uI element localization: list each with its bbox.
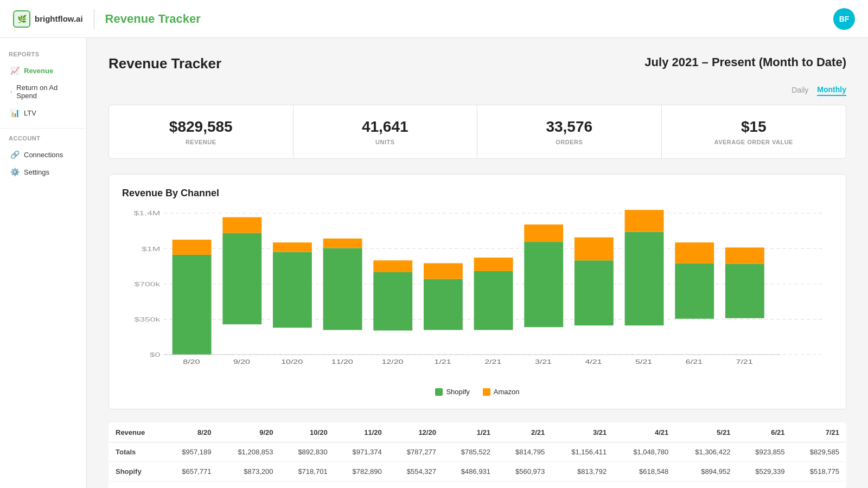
svg-text:$1.4M: $1.4M — [133, 210, 160, 216]
row-label-amazon: Amazon — [109, 481, 164, 489]
stat-value-orders: 33,576 — [488, 118, 650, 136]
col-header-1220: 12/20 — [388, 423, 443, 442]
header-divider — [94, 9, 94, 29]
col-header-label: Revenue — [109, 423, 164, 442]
bar-amazon-8 — [575, 237, 614, 260]
amazon-1120: $188,484 — [334, 481, 388, 489]
shopify-820: $657,771 — [163, 462, 218, 481]
legend-shopify: Shopify — [435, 388, 469, 396]
shopify-121: $486,931 — [443, 462, 497, 481]
totals-121: $785,522 — [443, 442, 497, 462]
stats-row: $829,585 REVENUE 41,641 UNITS 33,576 ORD… — [108, 105, 846, 159]
row-label-shopify: Shopify — [109, 462, 164, 481]
sidebar-item-connections[interactable]: 🔗 Connections — [0, 146, 86, 163]
amazon-1220: $232,950 — [388, 481, 443, 489]
svg-text:7/21: 7/21 — [736, 358, 753, 365]
shopify-1020: $718,701 — [279, 462, 334, 481]
totals-1020: $892,830 — [279, 442, 334, 462]
shopify-legend-label: Shopify — [446, 388, 469, 396]
col-header-521: 5/21 — [675, 423, 737, 442]
shopify-1120: $782,890 — [334, 462, 388, 481]
bar-shopify-5 — [424, 279, 463, 330]
stat-value-aov: $15 — [673, 118, 835, 136]
svg-text:2/21: 2/21 — [484, 358, 501, 365]
bar-shopify-3 — [323, 248, 362, 330]
svg-text:4/21: 4/21 — [585, 358, 602, 365]
sidebar-label-settings: Settings — [24, 168, 49, 176]
col-header-321: 3/21 — [551, 423, 613, 442]
sidebar-item-ltv[interactable]: 📊 LTV — [0, 104, 86, 121]
col-header-121: 1/21 — [443, 423, 497, 442]
svg-text:9/20: 9/20 — [233, 358, 250, 365]
sidebar-label-connections: Connections — [24, 151, 63, 159]
table-row-shopify: Shopify $657,771 $873,200 $718,701 $782,… — [109, 462, 846, 481]
monthly-toggle-btn[interactable]: Monthly — [817, 85, 846, 96]
view-toggle: Daily Monthly — [108, 85, 846, 96]
settings-icon: ⚙️ — [10, 168, 20, 176]
svg-text:$1M: $1M — [142, 246, 160, 252]
logo-area: 🌿 brightflow.ai — [13, 10, 83, 28]
page-title: Revenue Tracker — [108, 55, 221, 72]
shopify-321: $813,792 — [551, 462, 613, 481]
bar-shopify-0 — [173, 255, 212, 355]
chevron-icon-roas: › — [10, 89, 12, 95]
amazon-421: $430,232 — [613, 481, 675, 489]
user-avatar[interactable]: BF — [833, 8, 855, 30]
totals-221: $814,795 — [497, 442, 551, 462]
account-section-label: ACCOUNT — [0, 135, 86, 146]
stat-card-aov: $15 AVERAGE ORDER VALUE — [662, 105, 846, 158]
bar-amazon-6 — [474, 258, 513, 271]
amazon-121: $298,592 — [443, 481, 497, 489]
amazon-621: $394,515 — [737, 481, 791, 489]
table-header-row: Revenue 8/20 9/20 10/20 11/20 12/20 1/21… — [109, 423, 846, 442]
bar-shopify-9 — [625, 232, 664, 325]
shopify-421: $618,548 — [613, 462, 675, 481]
amazon-521: $411,469 — [675, 481, 737, 489]
amazon-820: $299,418 — [163, 481, 218, 489]
svg-text:8/20: 8/20 — [183, 358, 200, 365]
sidebar: REPORTS 📈 Revenue › Return on Ad Spend 📊… — [0, 38, 87, 488]
stat-value-units: 41,641 — [304, 118, 467, 136]
sidebar-divider — [0, 128, 86, 129]
col-header-1120: 11/20 — [334, 423, 388, 442]
stat-label-aov: AVERAGE ORDER VALUE — [673, 139, 835, 145]
date-range: July 2021 – Present (Month to Date) — [644, 55, 846, 69]
amazon-221: $253,822 — [497, 481, 551, 489]
amazon-1020: $174,129 — [279, 481, 334, 489]
connections-icon: 🔗 — [10, 150, 20, 159]
col-header-920: 9/20 — [218, 423, 279, 442]
header-title: Revenue Tracker — [105, 12, 201, 26]
chart-svg: $1.4M $1M $700k $350k $0 8/20 9/20 — [122, 208, 833, 370]
shopify-legend-dot — [435, 388, 443, 396]
sidebar-label-roas: Return on Ad Spend — [16, 84, 78, 100]
svg-text:5/21: 5/21 — [635, 358, 652, 365]
bar-shopify-11 — [725, 264, 764, 318]
shopify-221: $560,973 — [497, 462, 551, 481]
stat-value-revenue: $829,585 — [120, 118, 282, 136]
chart-section: Revenue By Channel $1.4M $1M $700k $350k… — [108, 174, 846, 409]
bar-amazon-9 — [625, 210, 664, 232]
sidebar-item-settings[interactable]: ⚙️ Settings — [0, 163, 86, 181]
stat-card-revenue: $829,585 REVENUE — [109, 105, 293, 158]
svg-text:3/21: 3/21 — [535, 358, 552, 365]
totals-721: $829,585 — [792, 442, 846, 462]
totals-321: $1,156,411 — [551, 442, 613, 462]
sidebar-item-roas[interactable]: › Return on Ad Spend — [0, 79, 86, 104]
totals-920: $1,208,853 — [218, 442, 279, 462]
svg-text:1/21: 1/21 — [435, 358, 451, 365]
sidebar-item-revenue[interactable]: 📈 Revenue — [0, 62, 86, 79]
col-header-221: 2/21 — [497, 423, 551, 442]
bar-shopify-7 — [524, 242, 563, 327]
logo-icon: 🌿 — [13, 10, 30, 28]
bar-amazon-3 — [323, 239, 362, 248]
bar-amazon-10 — [675, 242, 714, 263]
svg-text:12/20: 12/20 — [381, 358, 403, 365]
svg-text:$700k: $700k — [134, 281, 161, 287]
svg-text:$350k: $350k — [134, 316, 161, 323]
bar-shopify-6 — [474, 271, 513, 330]
totals-521: $1,306,422 — [675, 442, 737, 462]
daily-toggle-btn[interactable]: Daily — [792, 85, 808, 96]
data-table: Revenue 8/20 9/20 10/20 11/20 12/20 1/21… — [108, 422, 846, 488]
col-header-421: 4/21 — [613, 423, 675, 442]
main-content: Revenue Tracker July 2021 – Present (Mon… — [87, 38, 868, 488]
